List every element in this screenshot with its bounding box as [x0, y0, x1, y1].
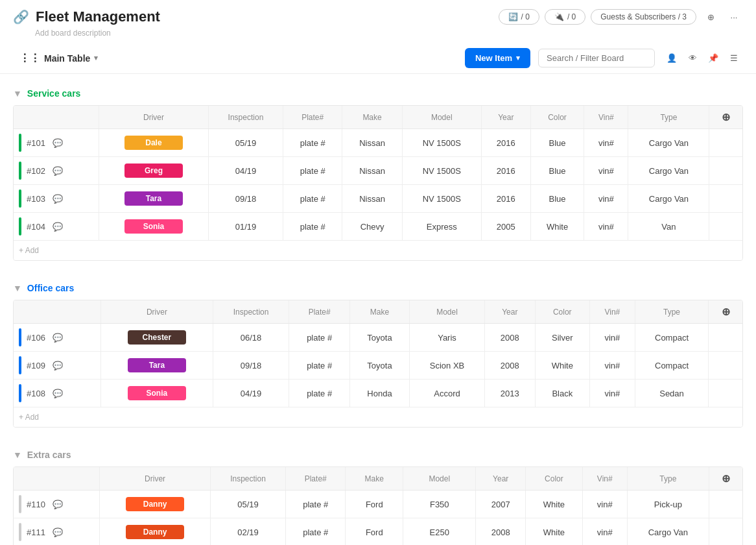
integrations-btn[interactable]: 🔌 / 0 — [545, 9, 585, 25]
table-row: #102 💬 Greg04/19plate #NissanNV 1500S201… — [14, 157, 742, 185]
cell-extra-0-2: Ford — [346, 490, 403, 518]
cell-office-0-7: Compact — [635, 324, 709, 352]
table-row: #111 💬 Danny02/19plate #FordE2502008Whit… — [14, 518, 742, 546]
add-col-btn-office[interactable]: ⊕ — [722, 306, 730, 317]
driver-cell-service-3[interactable]: Sonia — [99, 213, 209, 241]
subtitle: Add board description — [0, 29, 756, 43]
invite-icon-btn[interactable]: ⊕ — [702, 8, 720, 26]
group-toggle-extra[interactable]: ▼ — [13, 450, 22, 460]
group-office: ▼ Office cars DriverInspectionPlate#Make… — [13, 279, 743, 428]
row-id-office-0: #106 💬 — [14, 324, 101, 352]
driver-cell-service-2[interactable]: Tara — [99, 185, 209, 213]
cell-service-1-5: Blue — [530, 157, 584, 185]
cell-service-1-4: 2016 — [481, 157, 530, 185]
comment-icon[interactable]: 💬 — [53, 389, 63, 398]
more-options-btn[interactable]: ··· — [725, 8, 743, 26]
row-id-office-2: #108 💬 — [14, 380, 101, 407]
row-id-service-1: #102 💬 — [14, 157, 99, 185]
add-col-btn-extra[interactable]: ⊕ — [722, 473, 730, 484]
cell-extra-0-0: 05/19 — [210, 490, 285, 518]
comment-icon[interactable]: 💬 — [53, 333, 63, 343]
col-header-office-0: Driver — [101, 300, 213, 324]
cell-service-3-7: Van — [628, 213, 709, 241]
guests-btn[interactable]: Guests & Subscribers / 3 — [591, 9, 696, 25]
cell-extra-1-3: E250 — [403, 518, 476, 546]
cell-office-2-3: Accord — [410, 380, 485, 407]
cell-office-0-1: plate # — [289, 324, 349, 352]
col-header-service-2: Plate# — [283, 106, 342, 129]
eye-icon-btn[interactable]: 👁 — [683, 49, 702, 67]
add-row-service[interactable]: + Add — [14, 241, 742, 261]
automations-count: / 0 — [521, 12, 530, 21]
cell-office-2-1: plate # — [289, 380, 349, 407]
add-row-office[interactable]: + Add — [14, 407, 742, 428]
cell-extra-0-4: 2007 — [476, 490, 526, 518]
row-id-service-0: #101 💬 — [14, 129, 99, 157]
cell-office-0-0: 06/18 — [213, 324, 289, 352]
new-item-btn[interactable]: New Item ▾ — [465, 48, 530, 68]
row-number: #102 — [27, 166, 50, 176]
automations-btn[interactable]: 🔄 / 0 — [499, 9, 539, 25]
comment-icon[interactable]: 💬 — [53, 527, 63, 537]
col-header-extra-2: Plate# — [286, 467, 346, 490]
row-number: #111 — [27, 527, 50, 537]
col-header-extra-4: Model — [403, 467, 476, 490]
row-number: #101 — [27, 138, 50, 148]
search-input[interactable] — [538, 49, 655, 67]
comment-icon[interactable]: 💬 — [53, 194, 63, 204]
comment-icon[interactable]: 💬 — [53, 361, 63, 370]
filter-icon-btn[interactable]: ☰ — [725, 49, 743, 67]
col-header-service-4: Model — [402, 106, 481, 129]
col-header-extra-1: Inspection — [210, 467, 285, 490]
cell-service-3-5: White — [530, 213, 584, 241]
col-header-office-7: Vin# — [589, 300, 635, 324]
cell-service-0-5: Blue — [530, 129, 584, 157]
driver-cell-extra-1[interactable]: Danny — [100, 518, 210, 546]
cell-service-0-6: vin# — [584, 129, 628, 157]
integrations-icon: 🔌 — [554, 12, 564, 21]
table-row: #110 💬 Danny05/19plate #FordF3502007Whit… — [14, 490, 742, 518]
cell-service-0-7: Cargo Van — [628, 129, 709, 157]
col-header-extra-7: Vin# — [582, 467, 627, 490]
col-header-extra-3: Make — [346, 467, 403, 490]
row-number: #109 — [27, 361, 50, 370]
cell-office-0-6: vin# — [589, 324, 635, 352]
driver-cell-service-0[interactable]: Dale — [99, 129, 209, 157]
table-wrapper-service: DriverInspectionPlate#MakeModelYearColor… — [13, 105, 743, 261]
toolbar-icons: 👤 👁 📌 ☰ — [663, 49, 743, 67]
cell-service-0-2: Nissan — [342, 129, 402, 157]
cell-service-2-1: plate # — [283, 185, 342, 213]
cell-office-0-2: Toyota — [349, 324, 409, 352]
cell-office-1-0: 09/18 — [213, 352, 289, 380]
cell-service-1-1: plate # — [283, 157, 342, 185]
add-col-btn-service[interactable]: ⊕ — [722, 112, 730, 123]
top-right-controls: 🔄 / 0 🔌 / 0 Guests & Subscribers / 3 ⊕ ·… — [499, 8, 743, 26]
driver-cell-extra-0[interactable]: Danny — [100, 490, 210, 518]
col-header-service-0: Driver — [99, 106, 209, 129]
driver-cell-office-2[interactable]: Sonia — [101, 380, 213, 407]
cell-extra-0-6: vin# — [582, 490, 627, 518]
pin-icon-btn[interactable]: 📌 — [704, 49, 722, 67]
group-toggle-office[interactable]: ▼ — [13, 283, 22, 293]
table-row: #101 💬 Dale05/19plate #NissanNV 1500S201… — [14, 129, 742, 157]
driver-cell-office-0[interactable]: Chester — [101, 324, 213, 352]
cell-service-2-0: 09/18 — [208, 185, 283, 213]
main-table-btn[interactable]: ⋮⋮ Main Table ▾ — [13, 48, 104, 68]
comment-icon[interactable]: 💬 — [53, 222, 63, 232]
comment-icon[interactable]: 💬 — [53, 138, 63, 148]
col-header-office-6: Color — [535, 300, 589, 324]
new-item-label: New Item — [475, 53, 512, 63]
table-row: #106 💬 Chester06/18plate #ToyotaYaris200… — [14, 324, 742, 352]
comment-icon[interactable]: 💬 — [53, 500, 63, 509]
cell-service-2-5: Blue — [530, 185, 584, 213]
cell-extra-0-7: Pick-up — [627, 490, 709, 518]
row-number: #108 — [27, 389, 50, 398]
col-header-extra-6: Color — [526, 467, 583, 490]
cell-office-2-5: Black — [535, 380, 589, 407]
comment-icon[interactable]: 💬 — [53, 166, 63, 176]
person-icon-btn[interactable]: 👤 — [663, 49, 681, 67]
driver-cell-service-1[interactable]: Greg — [99, 157, 209, 185]
group-toggle-service[interactable]: ▼ — [13, 88, 22, 99]
cell-office-1-2: Toyota — [349, 352, 409, 380]
driver-cell-office-1[interactable]: Tara — [101, 352, 213, 380]
